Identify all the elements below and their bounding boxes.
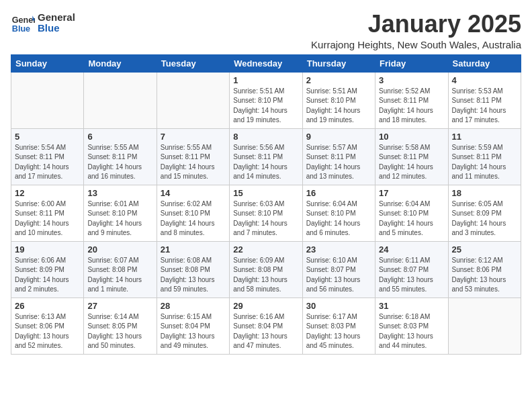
calendar-cell: 19Sunrise: 6:06 AM Sunset: 8:09 PM Dayli… bbox=[11, 241, 84, 298]
calendar-cell: 10Sunrise: 5:58 AM Sunset: 8:11 PM Dayli… bbox=[375, 128, 448, 185]
day-number: 15 bbox=[233, 188, 298, 198]
day-number: 23 bbox=[306, 244, 371, 255]
calendar-cell: 30Sunrise: 6:17 AM Sunset: 8:03 PM Dayli… bbox=[302, 298, 375, 354]
day-info: Sunrise: 5:59 AM Sunset: 8:11 PM Dayligh… bbox=[452, 143, 517, 182]
day-number: 1 bbox=[233, 75, 298, 85]
day-number: 20 bbox=[87, 244, 152, 255]
day-info: Sunrise: 5:51 AM Sunset: 8:10 PM Dayligh… bbox=[233, 87, 298, 126]
day-number: 2 bbox=[306, 75, 371, 85]
weekday-header-wednesday: Wednesday bbox=[230, 54, 302, 72]
calendar-week-3: 12Sunrise: 6:00 AM Sunset: 8:11 PM Dayli… bbox=[11, 185, 521, 241]
day-number: 16 bbox=[306, 188, 371, 198]
calendar-cell bbox=[448, 298, 521, 354]
calendar-cell: 12Sunrise: 6:00 AM Sunset: 8:11 PM Dayli… bbox=[11, 185, 84, 241]
day-number: 28 bbox=[161, 301, 226, 311]
day-info: Sunrise: 6:14 AM Sunset: 8:05 PM Dayligh… bbox=[87, 312, 152, 351]
day-number: 31 bbox=[379, 301, 444, 311]
calendar-location: Kurrajong Heights, New South Wales, Aust… bbox=[311, 39, 521, 50]
day-number: 5 bbox=[15, 132, 80, 142]
day-info: Sunrise: 6:13 AM Sunset: 8:06 PM Dayligh… bbox=[15, 312, 80, 351]
weekday-header-monday: Monday bbox=[84, 54, 157, 72]
calendar-cell: 8Sunrise: 5:56 AM Sunset: 8:11 PM Daylig… bbox=[230, 128, 302, 185]
day-number: 13 bbox=[87, 188, 152, 198]
calendar-cell: 29Sunrise: 6:16 AM Sunset: 8:04 PM Dayli… bbox=[230, 298, 302, 354]
calendar-cell: 20Sunrise: 6:07 AM Sunset: 8:08 PM Dayli… bbox=[84, 241, 157, 298]
day-info: Sunrise: 6:12 AM Sunset: 8:06 PM Dayligh… bbox=[452, 256, 517, 295]
day-info: Sunrise: 5:55 AM Sunset: 8:11 PM Dayligh… bbox=[87, 143, 152, 182]
day-info: Sunrise: 6:06 AM Sunset: 8:09 PM Dayligh… bbox=[15, 256, 80, 295]
day-info: Sunrise: 6:07 AM Sunset: 8:08 PM Dayligh… bbox=[87, 256, 152, 295]
day-number: 26 bbox=[15, 301, 80, 311]
day-number: 25 bbox=[452, 244, 517, 255]
day-info: Sunrise: 6:16 AM Sunset: 8:04 PM Dayligh… bbox=[233, 312, 298, 351]
day-number: 7 bbox=[161, 132, 226, 142]
day-info: Sunrise: 6:00 AM Sunset: 8:11 PM Dayligh… bbox=[15, 199, 80, 238]
day-number: 6 bbox=[87, 132, 152, 142]
weekday-header-row: SundayMondayTuesdayWednesdayThursdayFrid… bbox=[11, 54, 521, 72]
calendar-cell: 26Sunrise: 6:13 AM Sunset: 8:06 PM Dayli… bbox=[11, 298, 84, 354]
calendar-cell: 18Sunrise: 6:05 AM Sunset: 8:09 PM Dayli… bbox=[448, 185, 521, 241]
calendar-cell: 22Sunrise: 6:09 AM Sunset: 8:08 PM Dayli… bbox=[230, 241, 302, 298]
calendar-cell: 2Sunrise: 5:51 AM Sunset: 8:10 PM Daylig… bbox=[302, 72, 375, 128]
weekday-header-sunday: Sunday bbox=[11, 54, 84, 72]
day-info: Sunrise: 6:15 AM Sunset: 8:04 PM Dayligh… bbox=[161, 312, 226, 351]
day-info: Sunrise: 5:58 AM Sunset: 8:11 PM Dayligh… bbox=[379, 143, 444, 182]
day-info: Sunrise: 5:57 AM Sunset: 8:11 PM Dayligh… bbox=[306, 143, 371, 182]
day-info: Sunrise: 6:09 AM Sunset: 8:08 PM Dayligh… bbox=[233, 256, 298, 295]
day-info: Sunrise: 6:04 AM Sunset: 8:10 PM Dayligh… bbox=[306, 199, 371, 238]
day-number: 29 bbox=[233, 301, 298, 311]
title-block: January 2025 Kurrajong Heights, New Sout… bbox=[311, 11, 521, 50]
day-info: Sunrise: 6:11 AM Sunset: 8:07 PM Dayligh… bbox=[379, 256, 444, 295]
svg-text:Blue: Blue bbox=[12, 24, 30, 34]
day-number: 4 bbox=[452, 75, 517, 85]
calendar-week-2: 5Sunrise: 5:54 AM Sunset: 8:11 PM Daylig… bbox=[11, 128, 521, 185]
page-header: General Blue General Blue January 2025 K… bbox=[11, 11, 521, 50]
weekday-header-thursday: Thursday bbox=[302, 54, 375, 72]
calendar-cell bbox=[157, 72, 229, 128]
day-number: 14 bbox=[161, 188, 226, 198]
calendar-cell: 14Sunrise: 6:02 AM Sunset: 8:10 PM Dayli… bbox=[157, 185, 229, 241]
calendar-cell: 21Sunrise: 6:08 AM Sunset: 8:08 PM Dayli… bbox=[157, 241, 229, 298]
day-info: Sunrise: 6:05 AM Sunset: 8:09 PM Dayligh… bbox=[452, 199, 517, 238]
calendar-cell: 1Sunrise: 5:51 AM Sunset: 8:10 PM Daylig… bbox=[230, 72, 302, 128]
calendar-week-4: 19Sunrise: 6:06 AM Sunset: 8:09 PM Dayli… bbox=[11, 241, 521, 298]
day-info: Sunrise: 6:18 AM Sunset: 8:03 PM Dayligh… bbox=[379, 312, 444, 351]
day-info: Sunrise: 5:51 AM Sunset: 8:10 PM Dayligh… bbox=[306, 87, 371, 126]
day-number: 10 bbox=[379, 132, 444, 142]
day-info: Sunrise: 6:01 AM Sunset: 8:10 PM Dayligh… bbox=[87, 199, 152, 238]
day-number: 24 bbox=[379, 244, 444, 255]
calendar-cell: 5Sunrise: 5:54 AM Sunset: 8:11 PM Daylig… bbox=[11, 128, 84, 185]
calendar-table: SundayMondayTuesdayWednesdayThursdayFrid… bbox=[11, 54, 521, 355]
day-number: 17 bbox=[379, 188, 444, 198]
calendar-cell: 16Sunrise: 6:04 AM Sunset: 8:10 PM Dayli… bbox=[302, 185, 375, 241]
day-number: 30 bbox=[306, 301, 371, 311]
day-info: Sunrise: 6:17 AM Sunset: 8:03 PM Dayligh… bbox=[306, 312, 371, 351]
day-info: Sunrise: 5:54 AM Sunset: 8:11 PM Dayligh… bbox=[15, 143, 80, 182]
calendar-week-1: 1Sunrise: 5:51 AM Sunset: 8:10 PM Daylig… bbox=[11, 72, 521, 128]
calendar-cell bbox=[84, 72, 157, 128]
logo-icon: General Blue bbox=[11, 11, 35, 35]
day-info: Sunrise: 5:56 AM Sunset: 8:11 PM Dayligh… bbox=[233, 143, 298, 182]
calendar-cell: 13Sunrise: 6:01 AM Sunset: 8:10 PM Dayli… bbox=[84, 185, 157, 241]
day-number: 3 bbox=[379, 75, 444, 85]
logo-text-general: General bbox=[38, 12, 75, 24]
day-info: Sunrise: 6:02 AM Sunset: 8:10 PM Dayligh… bbox=[161, 199, 226, 238]
day-info: Sunrise: 5:53 AM Sunset: 8:11 PM Dayligh… bbox=[452, 87, 517, 126]
day-number: 27 bbox=[87, 301, 152, 311]
day-number: 9 bbox=[306, 132, 371, 142]
calendar-cell: 6Sunrise: 5:55 AM Sunset: 8:11 PM Daylig… bbox=[84, 128, 157, 185]
calendar-cell: 24Sunrise: 6:11 AM Sunset: 8:07 PM Dayli… bbox=[375, 241, 448, 298]
calendar-cell: 9Sunrise: 5:57 AM Sunset: 8:11 PM Daylig… bbox=[302, 128, 375, 185]
calendar-cell: 27Sunrise: 6:14 AM Sunset: 8:05 PM Dayli… bbox=[84, 298, 157, 354]
logo-text-blue: Blue bbox=[38, 23, 75, 34]
calendar-cell: 25Sunrise: 6:12 AM Sunset: 8:06 PM Dayli… bbox=[448, 241, 521, 298]
day-info: Sunrise: 6:04 AM Sunset: 8:10 PM Dayligh… bbox=[379, 199, 444, 238]
day-number: 22 bbox=[233, 244, 298, 255]
weekday-header-friday: Friday bbox=[375, 54, 448, 72]
day-number: 11 bbox=[452, 132, 517, 142]
calendar-title: January 2025 bbox=[311, 11, 521, 38]
day-info: Sunrise: 6:08 AM Sunset: 8:08 PM Dayligh… bbox=[161, 256, 226, 295]
calendar-cell: 3Sunrise: 5:52 AM Sunset: 8:11 PM Daylig… bbox=[375, 72, 448, 128]
day-info: Sunrise: 5:55 AM Sunset: 8:11 PM Dayligh… bbox=[161, 143, 226, 182]
day-info: Sunrise: 6:10 AM Sunset: 8:07 PM Dayligh… bbox=[306, 256, 371, 295]
